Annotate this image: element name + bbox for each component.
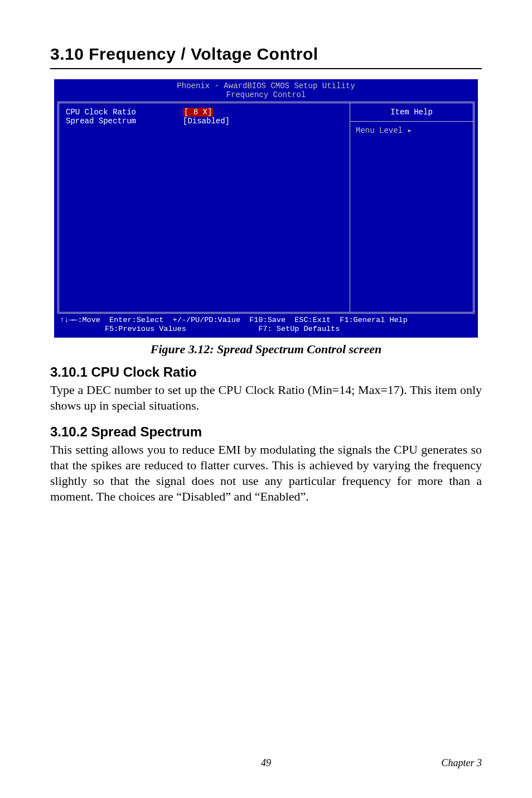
bios-row-label: CPU Clock Ratio <box>66 108 183 117</box>
bios-row-spread-spectrum: Spread Spectrum [Disabled] <box>66 117 343 126</box>
page-content: 3.10 Frequency / Voltage Control Phoenix… <box>0 0 532 798</box>
chapter-label: Chapter 3 <box>441 757 482 769</box>
figure-caption: Figure 3.12: Spread Spectrum Control scr… <box>50 342 482 357</box>
bios-row-value: [Disabled] <box>183 117 230 126</box>
bios-help-body: Menu Level ▸ <box>350 122 473 140</box>
page-footer: 49 Chapter 3 <box>50 757 482 769</box>
section-rule <box>50 68 482 69</box>
bios-footer-line2: F5:Previous Values F7: SetUp Defaults <box>60 325 340 333</box>
bios-screenshot: Phoenix - AwardBIOS CMOS Setup Utility F… <box>54 79 478 338</box>
bios-left-pane: CPU Clock Ratio [ 8 X] Spread Spectrum [… <box>59 103 350 312</box>
bios-footer-line1: ↑↓→←:Move Enter:Select +/-/PU/PD:Value F… <box>60 316 408 324</box>
bios-body: CPU Clock Ratio [ 8 X] Spread Spectrum [… <box>57 102 475 314</box>
bios-row-cpu-clock-ratio: CPU Clock Ratio [ 8 X] <box>66 108 343 117</box>
bios-row-label: Spread Spectrum <box>66 117 183 126</box>
bios-help-title: Item Help <box>350 103 473 122</box>
bios-title-line2: Frequency Control <box>226 90 306 99</box>
subsection-heading-spread-spectrum: 3.10.2 Spread Spectrum <box>50 424 482 440</box>
bios-title: Phoenix - AwardBIOS CMOS Setup Utility F… <box>54 79 478 99</box>
bios-row-value: [ 8 X] <box>183 108 213 117</box>
bios-right-pane: Item Help Menu Level ▸ <box>350 103 473 312</box>
bios-footer: ↑↓→←:Move Enter:Select +/-/PU/PD:Value F… <box>54 314 478 338</box>
subsection-heading-cpu-clock-ratio: 3.10.1 CPU Clock Ratio <box>50 364 482 380</box>
subsection-body-cpu-clock-ratio: Type a DEC number to set up the CPU Cloc… <box>50 382 482 414</box>
subsection-body-spread-spectrum: This setting allows you to reduce EMI by… <box>50 442 482 505</box>
page-number: 49 <box>50 757 482 769</box>
section-heading: 3.10 Frequency / Voltage Control <box>50 45 482 64</box>
bios-title-line1: Phoenix - AwardBIOS CMOS Setup Utility <box>177 81 355 90</box>
